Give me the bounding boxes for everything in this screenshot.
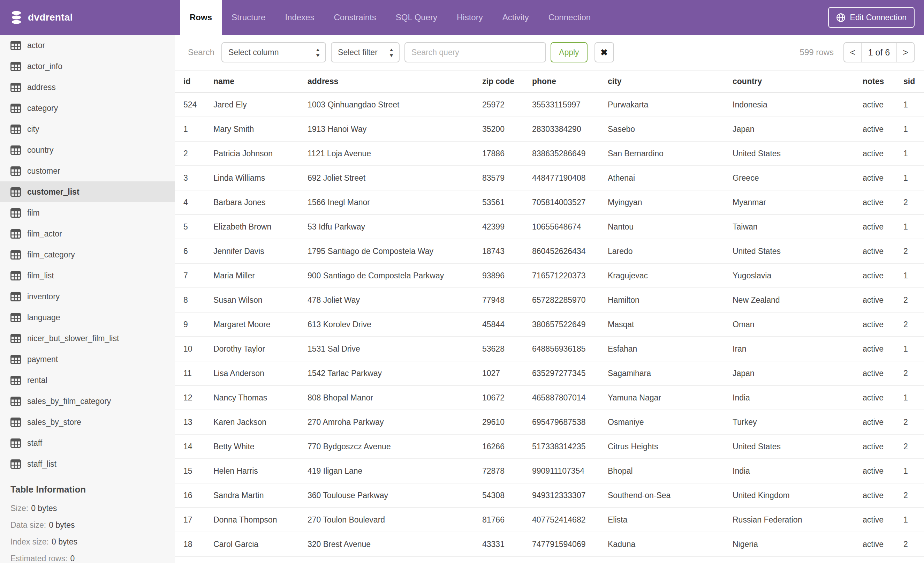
table-row[interactable]: 9 Margaret Moore 613 Korolev Drive 45844… <box>175 312 924 337</box>
cell-name: Karen Jackson <box>213 417 308 427</box>
table-row[interactable]: 11 Lisa Anderson 1542 Tarlac Parkway 102… <box>175 361 924 386</box>
sidebar-table-item[interactable]: nicer_but_slower_film_list <box>0 328 175 349</box>
header-tab[interactable]: Connection <box>539 0 600 35</box>
app-window: dvdrental Rows Structure Indexes Constra… <box>0 0 924 563</box>
table-row[interactable]: 5 Elizabeth Brown 53 Idfu Parkway 42399 … <box>175 215 924 239</box>
cell-sid: 1 <box>903 393 924 402</box>
table-row[interactable]: 12 Nancy Thomas 808 Bhopal Manor 10672 4… <box>175 386 924 410</box>
header-tab[interactable]: Constraints <box>324 0 386 35</box>
cell-address: 1913 Hanoi Way <box>308 125 482 134</box>
grid-header-cell: zip code <box>482 77 532 86</box>
sidebar-table-item[interactable]: address <box>0 77 175 98</box>
cell-id: 18 <box>183 540 213 549</box>
grid-header-cell: phone <box>532 77 608 86</box>
sidebar-table-item[interactable]: film_actor <box>0 223 175 244</box>
sidebar-table-item[interactable]: inventory <box>0 286 175 307</box>
filter-select[interactable]: Select filter ▲▼ <box>331 42 400 62</box>
sidebar-table-item[interactable]: actor <box>0 35 175 56</box>
header-tab[interactable]: History <box>447 0 493 35</box>
sidebar-table-item[interactable]: film_list <box>0 265 175 286</box>
table-icon <box>10 313 21 322</box>
cell-id: 2 <box>183 149 213 158</box>
cell-zip: 81766 <box>482 515 532 525</box>
table-row[interactable]: 7 Maria Miller 900 Santiago de Compostel… <box>175 264 924 288</box>
sidebar-table-label: country <box>27 146 53 155</box>
table-row[interactable]: 10 Dorothy Taylor 1531 Sal Drive 53628 6… <box>175 337 924 361</box>
cell-name: Margaret Moore <box>213 320 308 329</box>
header-tab[interactable]: Indexes <box>275 0 324 35</box>
table-row[interactable]: 3 Linda Williams 692 Joliet Street 83579… <box>175 166 924 191</box>
table-information-stats: Size: 0 bytes Data size: 0 bytes Index s… <box>10 500 175 563</box>
table-row[interactable]: 16 Sandra Martin 360 Toulouse Parkway 54… <box>175 483 924 508</box>
sidebar-table-label: address <box>27 83 56 92</box>
cell-phone: 657282285970 <box>532 296 608 305</box>
table-row[interactable]: 1 Mary Smith 1913 Hanoi Way 35200 283033… <box>175 117 924 142</box>
search-query-input[interactable] <box>405 48 545 57</box>
sidebar-table-label: city <box>27 125 39 134</box>
clear-search-button[interactable]: ✖ <box>594 42 614 62</box>
cell-sid: 2 <box>903 442 924 451</box>
table-row[interactable]: 18 Carol Garcia 320 Brest Avenue 43331 7… <box>175 532 924 557</box>
sidebar-table-item[interactable]: actor_info <box>0 56 175 77</box>
table-row[interactable]: 15 Helen Harris 419 Iligan Lane 72878 99… <box>175 459 924 483</box>
table-row[interactable]: 6 Jennifer Davis 1795 Santiago de Compos… <box>175 239 924 264</box>
table-row[interactable]: 14 Betty White 770 Bydgoszcz Avenue 1626… <box>175 435 924 459</box>
header-tab[interactable]: Rows <box>180 0 222 35</box>
cell-notes: active <box>862 149 903 158</box>
cell-id: 8 <box>183 296 213 305</box>
sidebar-table-item[interactable]: language <box>0 307 175 328</box>
table-row[interactable]: 13 Karen Jackson 270 Amroha Parkway 2961… <box>175 410 924 435</box>
table-row[interactable]: 8 Susan Wilson 478 Joliet Way 77948 6572… <box>175 288 924 312</box>
sidebar-table-item[interactable]: payment <box>0 349 175 370</box>
cell-city: Myingyan <box>608 198 733 207</box>
cell-sid: 2 <box>903 417 924 427</box>
cell-name: Sandra Martin <box>213 491 308 500</box>
cell-notes: active <box>862 247 903 256</box>
sidebar-table-item[interactable]: film_category <box>0 244 175 265</box>
sidebar-table-item[interactable]: staff <box>0 432 175 453</box>
cell-sid: 1 <box>903 344 924 354</box>
sidebar-table-item[interactable]: sales_by_film_category <box>0 391 175 411</box>
sidebar-table-item[interactable]: rental <box>0 370 175 391</box>
sidebar-table-item[interactable]: film <box>0 202 175 223</box>
sidebar-table-item[interactable]: customer <box>0 161 175 182</box>
sidebar-table-item[interactable]: country <box>0 140 175 161</box>
sidebar-table-label: actor_info <box>27 62 62 71</box>
table-icon <box>10 187 21 197</box>
sidebar-table-label: inventory <box>27 292 60 302</box>
table-row[interactable]: 17 Donna Thompson 270 Toulon Boulevard 8… <box>175 508 924 532</box>
sidebar-table-item[interactable]: sales_by_store <box>0 411 175 432</box>
cell-address: 419 Iligan Lane <box>308 466 482 476</box>
cell-phone: 990911107354 <box>532 466 608 476</box>
cell-address: 270 Toulon Boulevard <box>308 515 482 525</box>
header-tab[interactable]: Activity <box>493 0 539 35</box>
header-tab[interactable]: Structure <box>222 0 275 35</box>
table-icon <box>10 376 21 385</box>
sidebar-table-item[interactable]: staff_list <box>0 453 175 474</box>
sidebar-table-item[interactable]: category <box>0 98 175 119</box>
table-information-stat: Size: 0 bytes <box>10 500 175 516</box>
database-icon <box>10 11 22 24</box>
next-page-button[interactable]: > <box>897 43 914 62</box>
table-row[interactable]: 2 Patricia Johnson 1121 Loja Avenue 1788… <box>175 142 924 166</box>
edit-connection-button[interactable]: Edit Connection <box>828 7 915 28</box>
sidebar-table-label: staff <box>27 438 42 448</box>
table-row[interactable]: 4 Barbara Jones 1566 Inegl Manor 53561 7… <box>175 191 924 215</box>
cell-sid: 1 <box>903 173 924 183</box>
sidebar-table-item[interactable]: customer_list <box>0 182 175 202</box>
table-row[interactable]: 19 Ruth Martinez 1417 Lancaster Avenue 7… <box>175 557 924 563</box>
prev-page-button[interactable]: < <box>844 43 862 62</box>
cell-notes: active <box>862 296 903 305</box>
cell-address: 1121 Loja Avenue <box>308 149 482 158</box>
column-select[interactable]: Select column ▲▼ <box>221 42 326 62</box>
header-tab[interactable]: SQL Query <box>386 0 447 35</box>
cell-name: Lisa Anderson <box>213 369 308 378</box>
cell-city: Athenai <box>608 173 733 183</box>
cell-country: Indonesia <box>733 100 862 110</box>
cell-name: Donna Thompson <box>213 515 308 525</box>
apply-button[interactable]: Apply <box>550 42 588 62</box>
cell-name: Dorothy Taylor <box>213 344 308 354</box>
cell-country: Iran <box>733 344 862 354</box>
sidebar-table-item[interactable]: city <box>0 119 175 140</box>
table-row[interactable]: 524 Jared Ely 1003 Qinhuangdao Street 25… <box>175 93 924 117</box>
